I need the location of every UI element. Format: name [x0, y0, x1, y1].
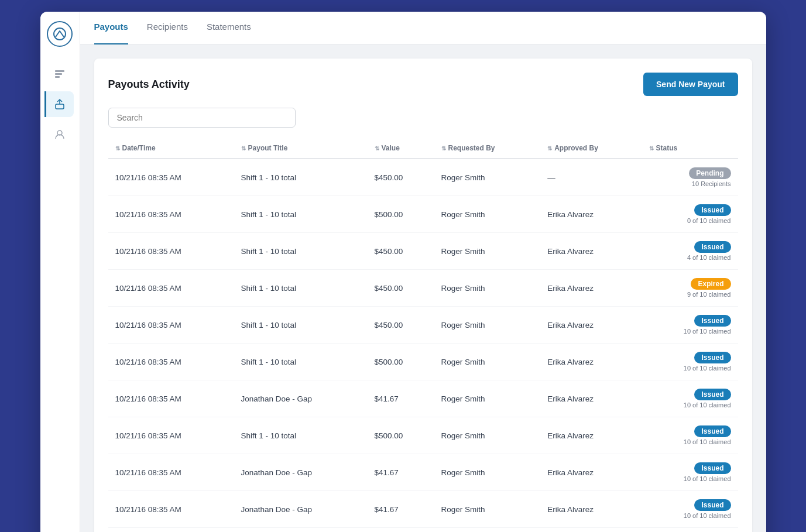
status-sub: 10 of 10 claimed: [684, 328, 731, 335]
cell-value: $41.67: [368, 454, 434, 491]
status-sub: 10 of 10 claimed: [684, 438, 731, 445]
table-row[interactable]: 10/21/16 08:35 AM Shift 1 - 10 total $45…: [108, 307, 738, 344]
cell-datetime: 10/21/16 08:35 AM: [108, 454, 234, 491]
status-badge: Issued: [694, 425, 730, 437]
sidebar-nav: [46, 61, 74, 532]
table-row[interactable]: 10/21/16 08:35 AM Shift 1 - 10 total $50…: [108, 196, 738, 233]
svg-rect-1: [55, 70, 64, 72]
cell-value: $41.67: [368, 491, 434, 528]
cell-datetime: 10/21/16 08:35 AM: [108, 159, 234, 196]
cell-value: $500.00: [368, 344, 434, 380]
cell-value: $450.00: [368, 233, 434, 270]
cell-payout-title: Shift 1 - 10 total: [234, 417, 368, 454]
cell-value: $500.00: [368, 196, 434, 233]
table-header: ⇅ Date/Time ⇅ Payout Title: [108, 139, 738, 159]
cell-datetime: 10/21/16 08:35 AM: [108, 417, 234, 454]
card-header: Payouts Activity Send New Payout: [108, 73, 738, 96]
cell-approved-by: Erika Alvarez: [540, 344, 642, 380]
col-value[interactable]: ⇅ Value: [368, 139, 434, 159]
cell-datetime: 10/21/16 08:35 AM: [108, 380, 234, 417]
cell-status: Issued 10 of 10 claimed: [642, 417, 738, 454]
table-row[interactable]: 10/21/16 08:35 AM Shift 1 - 10 total $50…: [108, 417, 738, 454]
table-row[interactable]: 10/21/16 08:35 AM Shift 1 - 10 total $50…: [108, 344, 738, 380]
sidebar-item-reports[interactable]: [47, 61, 73, 87]
page-title: Payouts Activity: [108, 78, 190, 91]
status-sub: 4 of 10 claimed: [687, 254, 731, 261]
sort-icon-approved: ⇅: [547, 145, 552, 152]
cell-value: $450.00: [368, 307, 434, 344]
main-content: Payouts Recipients Statements Payouts Ac…: [80, 12, 766, 532]
cell-datetime: 10/21/16 08:35 AM: [108, 491, 234, 528]
status-badge: Issued: [694, 315, 730, 327]
svg-point-0: [54, 28, 66, 40]
cell-approved-by: Erika Alvarez: [540, 417, 642, 454]
status-badge: Issued: [694, 204, 730, 216]
tab-payouts[interactable]: Payouts: [94, 12, 128, 44]
sort-icon-status: ⇅: [649, 145, 654, 152]
cell-approved-by: Erika Alvarez: [540, 307, 642, 344]
table-row[interactable]: 10/21/16 08:35 AM Jonathan Doe - Gap $41…: [108, 380, 738, 417]
cell-payout-title: Jonathan Doe - Gap: [234, 380, 368, 417]
cell-status: Expired 9 of 10 claimed: [642, 270, 738, 307]
app-logo[interactable]: [47, 21, 73, 47]
status-badge: Issued: [694, 352, 730, 363]
col-requested-by[interactable]: ⇅ Requested By: [434, 139, 541, 159]
status-sub: 10 of 10 claimed: [684, 512, 731, 519]
sidebar-item-users[interactable]: [47, 122, 73, 147]
tab-bar: Payouts Recipients Statements: [80, 12, 766, 44]
cell-status: Issued 10 of 10 claimed: [642, 380, 738, 417]
cell-requested-by: Roger Smith: [434, 380, 541, 417]
sort-icon-datetime: ⇅: [115, 145, 120, 152]
status-sub: 0 of 10 claimed: [687, 217, 731, 224]
cell-requested-by: Roger Smith: [434, 344, 541, 380]
table-row[interactable]: 10/21/16 08:35 AM Shift 1 - 10 total $45…: [108, 159, 738, 196]
cell-requested-by: Roger Smith: [434, 196, 541, 233]
cell-requested-by: Roger Smith: [434, 417, 541, 454]
cell-approved-by: Erika Alvarez: [540, 454, 642, 491]
cell-payout-title: Shift 1 - 10 total: [234, 344, 368, 380]
status-sub: 10 Recipients: [692, 180, 731, 187]
cell-requested-by: Roger Smith: [434, 233, 541, 270]
cell-requested-by: Roger Smith: [434, 491, 541, 528]
sort-icon-requested: ⇅: [441, 145, 446, 152]
cell-value: $450.00: [368, 159, 434, 196]
table-row[interactable]: 10/21/16 08:35 AM Jonathan Doe - Gap $41…: [108, 491, 738, 528]
cell-datetime: 10/21/16 08:35 AM: [108, 307, 234, 344]
send-payout-button[interactable]: Send New Payout: [643, 73, 738, 96]
cell-payout-title: Shift 1 - 10 total: [234, 159, 368, 196]
cell-approved-by: Erika Alvarez: [540, 233, 642, 270]
table-row[interactable]: 10/21/16 08:35 AM Shift 1 - 10 total $45…: [108, 270, 738, 307]
cell-payout-title: Jonathan Doe - Gap: [234, 491, 368, 528]
payouts-table: ⇅ Date/Time ⇅ Payout Title: [108, 139, 738, 528]
cell-approved-by: Erika Alvarez: [540, 270, 642, 307]
col-datetime[interactable]: ⇅ Date/Time: [108, 139, 234, 159]
col-approved-by[interactable]: ⇅ Approved By: [540, 139, 642, 159]
status-sub: 9 of 10 claimed: [687, 291, 731, 298]
cell-datetime: 10/21/16 08:35 AM: [108, 196, 234, 233]
table-row[interactable]: 10/21/16 08:35 AM Jonathan Doe - Gap $41…: [108, 454, 738, 491]
tab-recipients[interactable]: Recipients: [147, 12, 188, 44]
cell-approved-by: Erika Alvarez: [540, 196, 642, 233]
page-content: Payouts Activity Send New Payout ⇅: [80, 44, 766, 532]
search-input[interactable]: [108, 108, 296, 128]
status-sub: 10 of 10 claimed: [684, 475, 731, 482]
cell-status: Issued 4 of 10 claimed: [642, 233, 738, 270]
cell-value: $41.67: [368, 380, 434, 417]
search-wrap: [108, 108, 738, 128]
cell-approved-by: —: [540, 159, 642, 196]
col-payout-title[interactable]: ⇅ Payout Title: [234, 139, 368, 159]
cell-status: Issued 10 of 10 claimed: [642, 491, 738, 528]
sort-icon-value: ⇅: [375, 145, 379, 152]
cell-approved-by: Erika Alvarez: [540, 380, 642, 417]
cell-datetime: 10/21/16 08:35 AM: [108, 233, 234, 270]
table-row[interactable]: 10/21/16 08:35 AM Shift 1 - 10 total $45…: [108, 233, 738, 270]
payouts-card: Payouts Activity Send New Payout ⇅: [94, 59, 752, 532]
cell-value: $450.00: [368, 270, 434, 307]
sidebar-item-payouts[interactable]: [44, 91, 74, 117]
col-status[interactable]: ⇅ Status: [642, 139, 738, 159]
cell-requested-by: Roger Smith: [434, 159, 541, 196]
cell-status: Pending 10 Recipients: [642, 159, 738, 196]
sort-icon-title: ⇅: [241, 145, 246, 152]
sidebar: [40, 12, 80, 532]
tab-statements[interactable]: Statements: [207, 12, 251, 44]
